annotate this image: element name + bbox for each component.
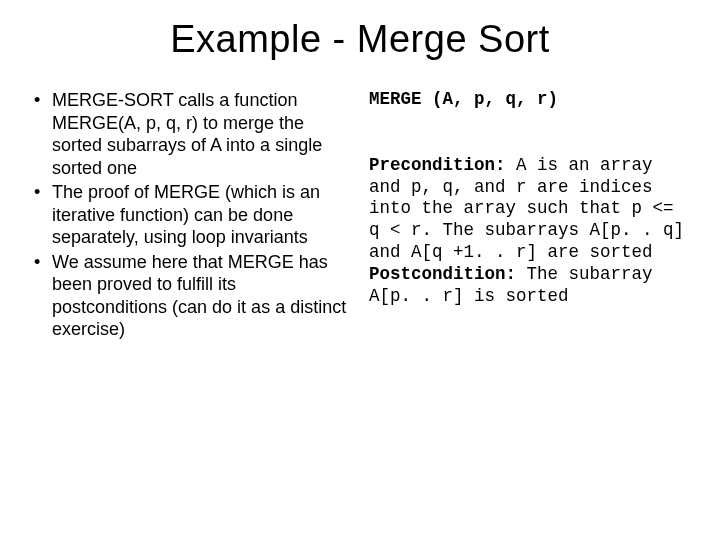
bullet-text: We assume here that MERGE has been prove… bbox=[52, 252, 346, 340]
code-signature: MERGE (A, p, q, r) bbox=[369, 89, 558, 109]
bullet-text: The proof of MERGE (which is an iterativ… bbox=[52, 182, 320, 247]
list-item: We assume here that MERGE has been prove… bbox=[30, 251, 351, 341]
bullet-list: MERGE-SORT calls a function MERGE(A, p, … bbox=[30, 89, 351, 341]
list-item: MERGE-SORT calls a function MERGE(A, p, … bbox=[30, 89, 351, 179]
bullet-text: MERGE-SORT calls a function MERGE(A, p, … bbox=[52, 90, 322, 178]
right-column: MERGE (A, p, q, r) Precondition: A is an… bbox=[369, 89, 690, 343]
content-columns: MERGE-SORT calls a function MERGE(A, p, … bbox=[30, 89, 690, 343]
precondition-label: Precondition: bbox=[369, 155, 506, 175]
code-block: MERGE (A, p, q, r) Precondition: A is an… bbox=[369, 89, 690, 308]
left-column: MERGE-SORT calls a function MERGE(A, p, … bbox=[30, 89, 351, 343]
postcondition-label: Postcondition: bbox=[369, 264, 516, 284]
slide: Example - Merge Sort MERGE-SORT calls a … bbox=[0, 0, 720, 540]
list-item: The proof of MERGE (which is an iterativ… bbox=[30, 181, 351, 249]
slide-title: Example - Merge Sort bbox=[30, 18, 690, 61]
